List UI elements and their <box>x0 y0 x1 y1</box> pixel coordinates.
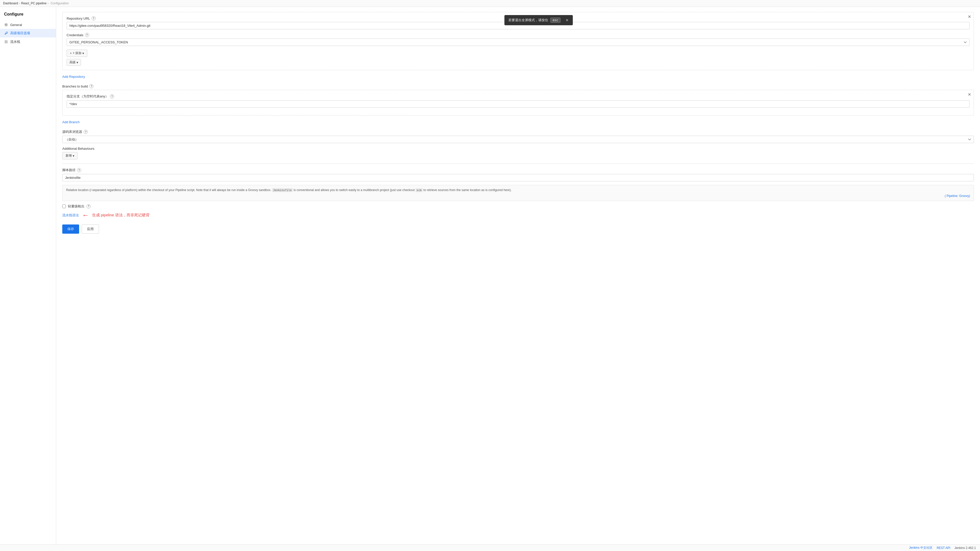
breadcrumb-pipeline[interactable]: React_PC pipeline <box>21 2 46 5</box>
sidebar-item-advanced[interactable]: 高级项目选项 <box>0 29 56 38</box>
main-content: 若要退出全屏模式，请按住 esc ✕ ✕ Repository URL ? Cr… <box>56 7 980 551</box>
credentials-group: Credentials ? GITEE_PERSONAL_ACCESS_TOKE… <box>67 33 969 46</box>
lightweight-label: 轻量级检出 <box>68 204 84 209</box>
apply-button[interactable]: 应用 <box>82 224 99 233</box>
pipeline-syntax-link[interactable]: 流水线语法 <box>62 211 79 219</box>
branches-section: Branches to build ? ✕ 指定分支（为空时代表any） ? A… <box>62 84 974 125</box>
additional-behaviours-add-btn[interactable]: 新增 ▾ <box>62 152 78 159</box>
pipeline-groovy-link[interactable]: ( Pipeline: Groovy) <box>945 194 970 198</box>
behaviours-chevron-icon: ▾ <box>73 154 74 158</box>
sidebar-title: Configure <box>0 10 56 21</box>
bottom-actions: 保存 应用 <box>62 224 974 233</box>
jenkinsfile-code: Jenkinsfile <box>272 188 293 192</box>
branch-specifier-help[interactable]: ? <box>110 94 114 98</box>
scm-code: scm <box>415 188 423 192</box>
branch-block: ✕ 指定分支（为空时代表any） ? <box>62 90 974 116</box>
add-icon: + <box>70 52 72 55</box>
sidebar-item-general[interactable]: General <box>0 21 56 29</box>
breadcrumb-dashboard[interactable]: Dashboard <box>3 2 18 5</box>
add-branch-btn[interactable]: Add Branch <box>62 119 80 125</box>
sidebar-item-general-label: General <box>10 23 22 27</box>
flow-icon <box>4 40 8 44</box>
svg-point-0 <box>6 24 7 25</box>
breadcrumb: Dashboard › React_PC pipeline › Configur… <box>0 0 980 7</box>
sidebar-item-advanced-label: 高级项目选项 <box>10 31 30 35</box>
script-path-group: 脚本路径 ? <box>62 168 974 181</box>
breadcrumb-current: Configuration <box>51 2 68 5</box>
fullscreen-tip-text: 若要退出全屏模式，请按住 <box>508 18 548 22</box>
branch-specifier-label: 指定分支（为空时代表any） ? <box>67 94 969 99</box>
script-path-label: 脚本路径 ? <box>62 168 974 172</box>
save-button[interactable]: 保存 <box>62 224 79 233</box>
divider <box>62 164 974 164</box>
sidebar-item-pipeline[interactable]: 流水线 <box>0 38 56 46</box>
add-repository-btn[interactable]: Add Repository <box>62 73 85 80</box>
sidebar: Configure General 高级项目选项 <box>0 7 56 551</box>
additional-behaviours-label: Additional Behaviours <box>62 147 974 151</box>
credentials-help[interactable]: ? <box>85 33 89 37</box>
branches-label: Branches to build ? <box>62 84 974 88</box>
script-path-description: Relative location (/-separated regardles… <box>62 185 974 201</box>
add-credentials-btn[interactable]: + + 添加 ▾ <box>67 49 87 57</box>
annotation-text: 生成 pipeline 语法，而非死记硬背 <box>92 213 150 218</box>
gear-icon <box>4 23 8 27</box>
credentials-select[interactable]: GITEE_PERSONAL_ACCESS_TOKEN <box>67 38 969 46</box>
lightweight-checkbox[interactable] <box>62 205 66 208</box>
script-path-input[interactable] <box>62 174 974 181</box>
source-browser-label: 源码库浏览器 ? <box>62 130 974 134</box>
credentials-label: Credentials ? <box>67 33 969 37</box>
branch-close-btn[interactable]: ✕ <box>968 93 971 97</box>
repository-url-help[interactable]: ? <box>92 16 96 21</box>
annotation-arrow: ← <box>82 211 89 219</box>
wrench-icon <box>4 31 8 35</box>
source-browser-help[interactable]: ? <box>84 130 88 134</box>
status-bar: Jenkins 中文社区 REST API Jenkins 2.462.1 <box>0 545 980 551</box>
script-path-help[interactable]: ? <box>77 168 81 172</box>
repository-close-btn[interactable]: ✕ <box>968 15 971 19</box>
rest-api-link[interactable]: REST API <box>937 546 950 550</box>
lightweight-checkout-group: 轻量级检出 ? <box>62 204 974 209</box>
fullscreen-tip-close[interactable]: ✕ <box>566 18 569 22</box>
branch-specifier-input[interactable] <box>67 100 969 108</box>
additional-behaviours-group: Additional Behaviours 新增 ▾ <box>62 147 974 159</box>
lightweight-help[interactable]: ? <box>86 204 91 208</box>
dropdown-chevron-icon: ▾ <box>83 52 84 55</box>
sidebar-item-pipeline-label: 流水线 <box>10 40 20 44</box>
esc-key: esc <box>550 17 560 23</box>
source-browser-select[interactable]: （自动） <box>62 136 974 143</box>
advanced-chevron-icon: ▾ <box>76 61 78 64</box>
advanced-toggle-btn[interactable]: 高级 ▾ <box>67 59 81 66</box>
jenkins-version: Jenkins 2.462.1 <box>955 546 976 550</box>
jenkins-community-link[interactable]: Jenkins 中文社区 <box>909 546 932 550</box>
source-browser-group: 源码库浏览器 ? （自动） <box>62 130 974 143</box>
fullscreen-tip: 若要退出全屏模式，请按住 esc ✕ <box>504 15 573 25</box>
branches-help[interactable]: ? <box>89 84 94 88</box>
annotation-group: 流水线语法 ← 生成 pipeline 语法，而非死记硬背 <box>62 211 974 219</box>
